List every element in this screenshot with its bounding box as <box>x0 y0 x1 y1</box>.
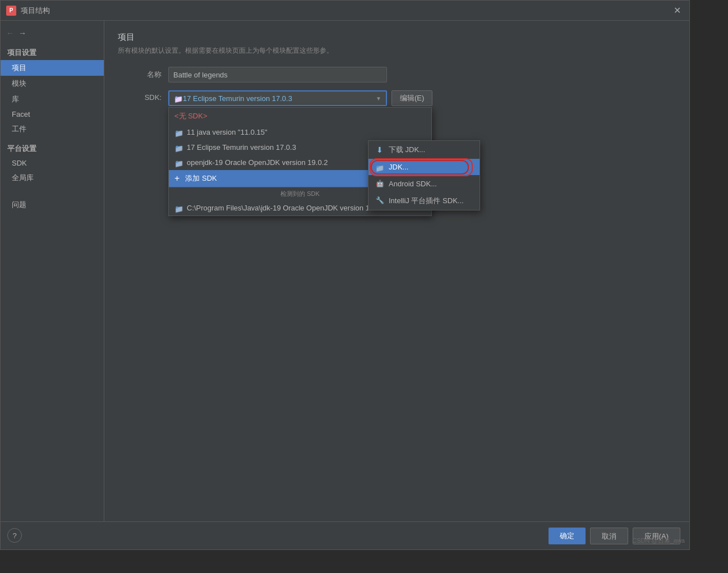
sdk-dropdown-container: 17 Eclipse Temurin version 17.0.3 ▼ <无 S… <box>168 90 387 106</box>
nav-row: ← → <box>1 26 104 40</box>
sdk-folder-icon <box>174 95 183 102</box>
sdk-submenu: ⬇ 下载 JDK... JDK... 🤖 Android SDK... 🔧 In… <box>368 140 480 210</box>
forward-arrow[interactable]: → <box>19 29 26 38</box>
submenu-download-jdk[interactable]: ⬇ 下载 JDK... <box>368 141 480 159</box>
main-panel: 项目 所有模块的默认设置。根据需要在模块页面上为每个模块配置这些形参。 名称 S… <box>104 21 689 521</box>
platform-settings-label: 平台设置 <box>1 137 104 156</box>
sdk-edit-button[interactable]: 编辑(E) <box>391 90 432 106</box>
sidebar-item-tool[interactable]: 工件 <box>1 121 104 137</box>
sidebar-item-problems[interactable]: 问题 <box>1 197 104 213</box>
sidebar-item-module[interactable]: 模块 <box>1 76 104 91</box>
sidebar-item-project[interactable]: 项目 <box>1 60 104 76</box>
submenu-android-sdk[interactable]: 🤖 Android SDK... <box>368 175 480 192</box>
sdk-select-button[interactable]: 17 Eclipse Temurin version 17.0.3 ▼ <box>168 90 387 106</box>
back-arrow: ← <box>6 29 14 38</box>
dropdown-no-sdk[interactable]: <无 SDK> <box>169 108 431 125</box>
section-title: 项目 <box>118 32 676 43</box>
confirm-button[interactable]: 确定 <box>549 528 586 544</box>
jdk11-folder-icon <box>174 129 183 136</box>
sdk-select-text: 17 Eclipse Temurin version 17.0.3 <box>183 94 372 103</box>
add-sdk-plus-icon: + <box>174 174 179 183</box>
sdk-dropdown-arrow: ▼ <box>376 95 381 102</box>
watermark-text: CSDN @日幕_awa <box>632 537 685 545</box>
sidebar: ← → 项目设置 项目 模块 库 Facet 工件 平台设置 SDK 全局库 问… <box>1 21 104 521</box>
project-settings-label: 项目设置 <box>1 43 104 60</box>
jdk17-folder-icon <box>174 144 183 151</box>
name-label: 名称 <box>118 70 168 80</box>
submenu-jdk[interactable]: JDK... <box>368 159 480 175</box>
sdk-row: SDK: 17 Eclipse Temurin version 17.0.3 ▼… <box>118 90 676 106</box>
dialog-window: P 项目结构 ✕ ← → 项目设置 项目 模块 库 Facet 工件 平台设置 … <box>0 0 690 550</box>
android-icon: 🤖 <box>375 179 384 188</box>
submenu-intellij-sdk[interactable]: 🔧 IntelliJ 平台插件 SDK... <box>368 192 480 210</box>
detected-jdk19-folder-icon <box>174 205 183 212</box>
close-button[interactable]: ✕ <box>670 4 684 17</box>
openjdk19-folder-icon <box>174 159 183 166</box>
dialog-footer: 确定 取消 应用(A) <box>1 521 689 549</box>
sidebar-item-sdk[interactable]: SDK <box>1 156 104 170</box>
sidebar-item-library[interactable]: 库 <box>1 91 104 107</box>
sidebar-item-global-library[interactable]: 全局库 <box>1 170 104 186</box>
sidebar-item-facet[interactable]: Facet <box>1 107 104 121</box>
sdk-label: SDK: <box>118 90 168 102</box>
dialog-title: 项目结构 <box>21 6 670 16</box>
jdk-folder-icon <box>375 164 384 171</box>
cancel-button[interactable]: 取消 <box>590 528 628 544</box>
name-input[interactable] <box>168 67 387 82</box>
title-bar: P 项目结构 ✕ <box>1 1 689 21</box>
section-desc: 所有模块的默认设置。根据需要在模块页面上为每个模块配置这些形参。 <box>118 46 676 56</box>
dropdown-jdk11[interactable]: 11 java version "11.0.15" <box>169 125 431 140</box>
app-icon: P <box>6 6 16 16</box>
name-row: 名称 <box>118 67 676 82</box>
download-icon: ⬇ <box>375 145 384 154</box>
intellij-icon: 🔧 <box>375 196 384 205</box>
dialog-content: ← → 项目设置 项目 模块 库 Facet 工件 平台设置 SDK 全局库 问… <box>1 21 689 521</box>
help-button[interactable]: ? <box>7 528 22 543</box>
